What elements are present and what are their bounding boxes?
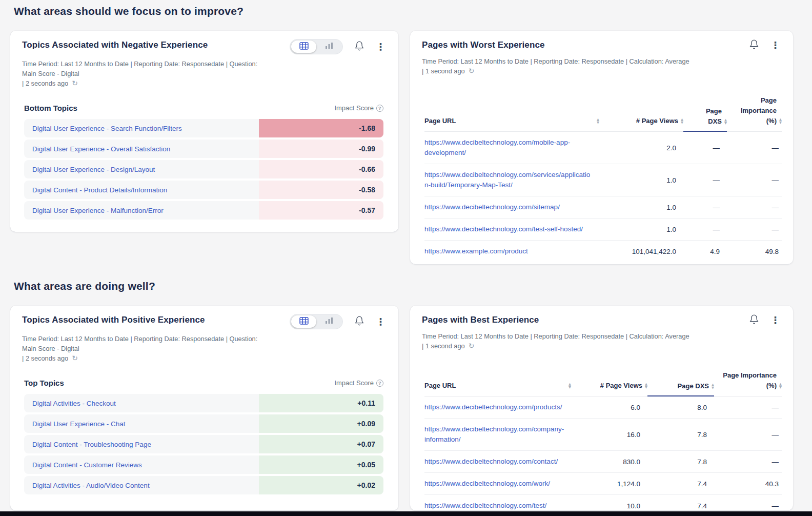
view-toggle[interactable] [290, 39, 343, 54]
pages-table-header: Page URL # Page Views Page DXS Page Impo… [424, 95, 782, 132]
topic-row: Digital User Experience - Overall Satisf… [24, 140, 383, 158]
chart-view-button[interactable] [316, 315, 341, 328]
table-view-button[interactable] [291, 315, 316, 328]
column-header-page-dxs[interactable]: Page DXS [647, 381, 714, 396]
topics-list: Digital Activities - Checkout +0.11 Digi… [10, 394, 398, 494]
topics-table-header: Top Topics Impact Score [24, 379, 383, 387]
column-header-page-importance[interactable]: Page Importance (%) [714, 370, 782, 396]
page-url-link[interactable]: https://www.decibeltechnology.com/work/ [424, 479, 578, 489]
column-header-page-dxs[interactable]: Page DXS [683, 106, 727, 132]
impact-score-value: +0.05 [259, 455, 383, 474]
card-meta: Time Period: Last 12 Months to Date | Re… [22, 334, 311, 353]
last-updated: | 1 second ago [422, 342, 793, 350]
notification-bell-button[interactable] [749, 314, 759, 327]
kebab-menu-button[interactable] [376, 42, 385, 52]
bell-icon [749, 39, 759, 52]
card-meta: Time Period: Last 12 Months to Date | Re… [22, 59, 311, 78]
page-importance-value: — [727, 144, 782, 152]
topic-row: Digital Content - Troubleshooting Page +… [24, 435, 383, 453]
info-icon[interactable] [376, 380, 383, 387]
page-views-value: 1.0 [606, 204, 683, 211]
sort-arrows-icon [597, 118, 599, 124]
topic-link[interactable]: Digital Activities - Audio/Video Content [24, 476, 259, 494]
table-row: https://www.decibeltechnology.com/test-s… [424, 219, 782, 241]
refresh-icon[interactable] [72, 354, 78, 362]
column-header-page-url[interactable]: Page URL [424, 116, 606, 131]
bell-icon [354, 41, 364, 53]
table-row: https://www.decibeltechnology.com/produc… [424, 396, 782, 419]
card-header: Pages with Best Experience [410, 306, 793, 327]
notification-bell-button[interactable] [749, 39, 759, 52]
topic-link[interactable]: Digital User Experience - Search Functio… [24, 119, 259, 137]
page-url-link[interactable]: https://www.example.com/product [424, 246, 606, 256]
pages-table: Page URL # Page Views Page DXS Page Impo… [424, 95, 782, 262]
topic-link[interactable]: Digital Activities - Checkout [24, 394, 259, 412]
table-row: https://www.example.com/product 101,041,… [424, 241, 782, 262]
column-header-page-importance[interactable]: Page Importance (%) [727, 95, 782, 131]
page-views-value: 101,041,422.0 [606, 248, 683, 255]
table-row: https://www.decibeltechnology.com/work/ … [424, 473, 782, 495]
topic-link[interactable]: Digital User Experience - Design/Layout [24, 160, 259, 178]
sort-arrows-icon [569, 383, 571, 389]
sort-arrows-icon [779, 118, 782, 124]
card-title: Topics Associated with Negative Experien… [22, 40, 208, 50]
topic-row: Digital Activities - Checkout +0.11 [24, 394, 383, 412]
column-header-page-views[interactable]: # Page Views [578, 381, 647, 396]
chart-view-button[interactable] [316, 41, 341, 53]
page-dxs-value: — [683, 176, 727, 184]
page-url-link[interactable]: https://www.decibeltechnology.com/test/ [424, 501, 578, 510]
page-views-value: 1.0 [606, 176, 683, 184]
topic-link[interactable]: Digital User Experience - Chat [24, 414, 259, 433]
impact-score-header: Impact Score [334, 104, 383, 112]
card-header: Pages with Worst Experience [410, 31, 793, 52]
page-dxs-value: 4.9 [683, 248, 727, 255]
info-icon[interactable] [376, 105, 383, 112]
page-importance-value: — [714, 458, 782, 466]
impact-score-value: -1.68 [259, 119, 383, 137]
table-row: https://www.decibeltechnology.com/contac… [424, 451, 782, 473]
card-meta: Time Period: Last 12 Months to Date | Re… [422, 331, 732, 341]
topic-link[interactable]: Digital User Experience - Overall Satisf… [24, 140, 259, 158]
page-views-value: 830.0 [578, 458, 647, 466]
view-toggle[interactable] [290, 314, 343, 329]
kebab-menu-button[interactable] [770, 41, 780, 50]
topic-row: Digital User Experience - Design/Layout … [24, 160, 383, 178]
refresh-icon[interactable] [469, 342, 475, 350]
page-url-link[interactable]: https://www.decibeltechnology.com/mobile… [424, 137, 606, 158]
table-row: https://www.decibeltechnology.com/test/ … [424, 495, 782, 510]
table-row: https://www.decibeltechnology.com/mobile… [424, 132, 782, 164]
topics-list: Digital User Experience - Search Functio… [10, 119, 398, 220]
notification-bell-button[interactable] [354, 315, 364, 328]
kebab-menu-button[interactable] [770, 315, 780, 325]
table-view-button[interactable] [291, 41, 316, 53]
topic-row: Digital Content - Product Details/Inform… [24, 181, 383, 199]
topic-link[interactable]: Digital Content - Troubleshooting Page [24, 435, 259, 453]
refresh-icon[interactable] [72, 80, 78, 87]
impact-score-value: -0.58 [259, 181, 383, 199]
page-views-value: 10.0 [578, 502, 647, 510]
page-url-link[interactable]: https://www.decibeltechnology.com/compan… [424, 424, 578, 445]
section-heading-improve: What areas should we focus on to improve… [14, 5, 243, 17]
table-icon [299, 42, 309, 52]
table-row: https://www.decibeltechnology.com/servic… [424, 164, 782, 196]
sort-arrows-icon [645, 383, 647, 389]
page-url-link[interactable]: https://www.decibeltechnology.com/test-s… [424, 224, 606, 234]
column-header-page-views[interactable]: # Page Views [606, 116, 683, 131]
topic-link[interactable]: Digital User Experience - Malfunction/Er… [24, 201, 259, 220]
sort-arrows-icon [712, 383, 714, 389]
page-url-link[interactable]: https://www.decibeltechnology.com/servic… [424, 170, 606, 190]
page-importance-value: 40.3 [714, 480, 782, 488]
page-url-link[interactable]: https://www.decibeltechnology.com/contac… [424, 457, 578, 467]
kebab-menu-button[interactable] [376, 317, 385, 327]
table-row: https://www.decibeltechnology.com/sitema… [424, 196, 782, 219]
topic-row: Digital Content - Customer Reviews +0.05 [24, 455, 383, 474]
refresh-icon[interactable] [469, 67, 475, 75]
topic-link[interactable]: Digital Content - Customer Reviews [24, 455, 259, 474]
page-url-link[interactable]: https://www.decibeltechnology.com/produc… [424, 402, 578, 412]
topic-row: Digital User Experience - Malfunction/Er… [24, 201, 383, 220]
topic-link[interactable]: Digital Content - Product Details/Inform… [24, 181, 259, 199]
notification-bell-button[interactable] [354, 41, 364, 53]
page-url-link[interactable]: https://www.decibeltechnology.com/sitema… [424, 202, 606, 212]
column-header-page-url[interactable]: Page URL [424, 381, 578, 396]
bell-icon [354, 315, 364, 328]
